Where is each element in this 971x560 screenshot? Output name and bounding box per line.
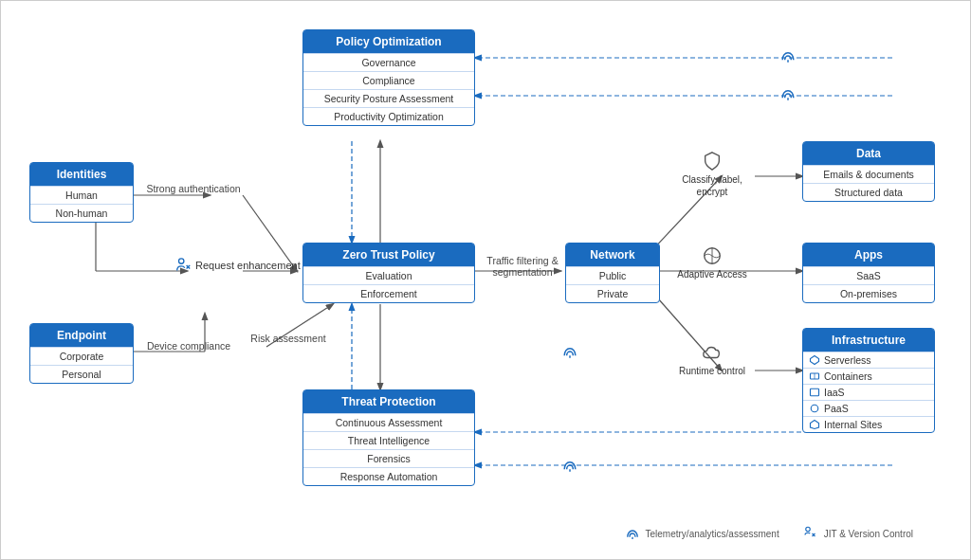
identities-box: Identities Human Non-human [29, 162, 134, 223]
policy-productivity: Productivity Optimization [303, 107, 474, 125]
svg-rect-30 [811, 388, 819, 396]
adaptive-access-label: Adaptive Access [674, 268, 750, 280]
threat-protection-box: Threat Protection Continuous Assessment … [302, 389, 475, 486]
svg-marker-32 [811, 421, 819, 429]
cloud-icon [702, 342, 723, 363]
policy-optimization-box: Policy Optimization Governance Complianc… [302, 29, 475, 126]
apps-saas: SaaS [803, 266, 934, 284]
threat-protection-header: Threat Protection [303, 390, 474, 413]
paas-icon [809, 403, 820, 414]
network-icon [702, 245, 723, 266]
endpoint-item-personal: Personal [30, 365, 133, 383]
serverless-icon [809, 354, 820, 366]
traffic-filtering-label: Traffic filtering &segmentation [475, 255, 570, 278]
threat-continuous-assessment: Continuous Assessment [303, 413, 474, 431]
network-public: Public [566, 266, 659, 284]
network-box: Network Public Private [565, 243, 660, 303]
policy-security-posture: Security Posture Assessment [303, 89, 474, 107]
classify-label: Classify, label, encrypt [674, 173, 750, 198]
adaptive-access-area: Adaptive Access [674, 245, 750, 280]
classify-area: Classify, label, encrypt [674, 151, 750, 198]
identities-item-human: Human [30, 186, 133, 204]
network-private: Private [566, 284, 659, 302]
zero-trust-box: Zero Trust Policy Evaluation Enforcement [302, 243, 475, 303]
network-header: Network [566, 244, 659, 266]
infrastructure-header: Infrastructure [803, 329, 934, 352]
infra-iaas: IaaS [824, 387, 845, 398]
shield-icon [702, 151, 723, 172]
svg-point-38 [805, 527, 810, 532]
zero-trust-evaluation: Evaluation [303, 266, 474, 284]
telemetry-icon-threat1 [560, 342, 579, 363]
endpoint-header: Endpoint [30, 324, 133, 347]
infrastructure-box: Infrastructure Serverless Containers Iaa… [802, 328, 935, 433]
telemetry-legend-icon [624, 525, 641, 542]
strong-auth-label: Strong authentication [141, 183, 246, 194]
jit-legend-icon [802, 525, 819, 542]
runtime-control-area: Runtime control [674, 342, 750, 377]
infra-paas-row: PaaS [803, 400, 934, 416]
endpoint-box: Endpoint Corporate Personal [29, 323, 134, 384]
telemetry-icon-top [779, 46, 797, 67]
apps-onpremises: On-premises [803, 284, 934, 302]
endpoint-item-corporate: Corporate [30, 347, 133, 365]
runtime-control-label: Runtime control [674, 365, 750, 377]
apps-box: Apps SaaS On-premises [802, 243, 935, 303]
infra-internal: Internal Sites [824, 419, 882, 430]
infra-serverless: Serverless [824, 354, 871, 366]
infra-serverless-row: Serverless [803, 352, 934, 368]
zero-trust-header: Zero Trust Policy [303, 244, 474, 266]
policy-governance: Governance [303, 53, 474, 71]
legend-jit: JIT & Version Control [802, 525, 913, 542]
internal-icon [809, 419, 820, 430]
legend: Telemetry/analytics/assessment JIT & Ver… [624, 525, 913, 542]
infra-iaas-row: IaaS [803, 384, 934, 400]
telemetry-label: Telemetry/analytics/assessment [646, 529, 779, 539]
infra-internal-row: Internal Sites [803, 416, 934, 432]
request-enhancement-label: Request enhancement [195, 260, 301, 271]
data-box: Data Emails & documents Structured data [802, 141, 935, 202]
threat-intelligence: Threat Intelligence [303, 431, 474, 449]
legend-telemetry: Telemetry/analytics/assessment [624, 525, 779, 542]
device-compliance-label: Device compliance [141, 340, 236, 352]
policy-optimization-header: Policy Optimization [303, 30, 474, 53]
containers-icon [809, 370, 820, 382]
zero-trust-enforcement: Enforcement [303, 284, 474, 302]
infra-containers: Containers [824, 370, 872, 382]
telemetry-icon-compliance [779, 84, 797, 105]
policy-compliance: Compliance [303, 71, 474, 89]
risk-assessment-label: Risk assessment [246, 333, 331, 344]
identities-item-nonhuman: Non-human [30, 204, 133, 222]
request-enhancement-area: Request enhancement [174, 257, 301, 274]
data-header: Data [803, 142, 934, 165]
apps-header: Apps [803, 244, 934, 266]
threat-forensics: Forensics [303, 449, 474, 467]
threat-response: Response Automation [303, 467, 474, 485]
diagram-container: Identities Human Non-human Endpoint Corp… [0, 0, 971, 560]
svg-point-25 [179, 259, 184, 263]
infra-paas: PaaS [824, 403, 849, 414]
jit-label: JIT & Version Control [824, 529, 913, 539]
identities-header: Identities [30, 163, 133, 186]
telemetry-icon-threat2 [560, 456, 579, 477]
iaas-icon [809, 387, 820, 398]
request-enhance-icon [174, 257, 192, 274]
svg-point-31 [811, 405, 818, 412]
infra-containers-row: Containers [803, 368, 934, 384]
data-structured: Structured data [803, 183, 934, 201]
data-emails: Emails & documents [803, 165, 934, 183]
